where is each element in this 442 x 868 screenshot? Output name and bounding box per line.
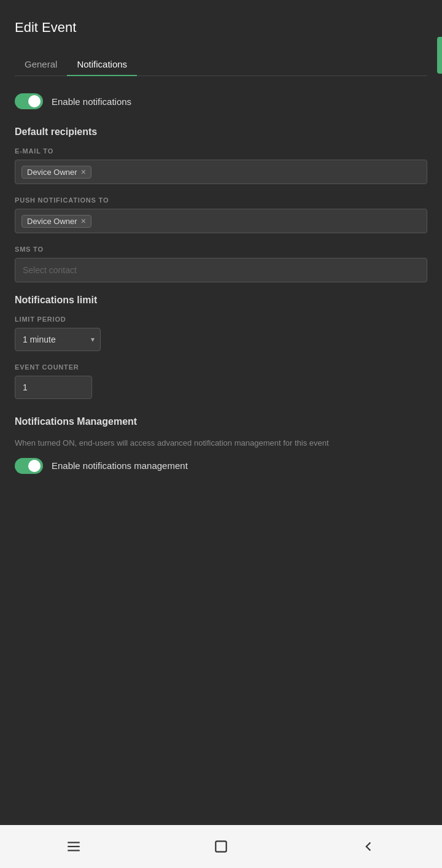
tab-general[interactable]: General <box>15 53 67 76</box>
enable-mgmt-toggle[interactable] <box>15 458 43 474</box>
event-counter-input[interactable] <box>15 376 92 399</box>
home-icon <box>213 839 229 854</box>
event-counter-group: EVENT COUNTER <box>15 363 427 399</box>
email-tag-remove[interactable]: × <box>81 168 86 176</box>
notifications-limit-section: Notifications limit LIMIT PERIOD 1 minut… <box>15 295 427 399</box>
email-to-group: E-MAIL TO Device Owner × <box>15 147 427 184</box>
push-tag-device-owner: Device Owner × <box>21 215 91 228</box>
enable-notifications-toggle[interactable] <box>15 93 43 109</box>
svg-rect-3 <box>215 841 226 851</box>
menu-button[interactable] <box>61 834 86 859</box>
sms-to-input[interactable] <box>15 258 427 282</box>
push-tag-text: Device Owner <box>27 217 77 226</box>
home-button[interactable] <box>209 834 233 859</box>
limit-period-wrapper: 1 minute 5 minutes 15 minutes 30 minutes… <box>15 328 101 351</box>
mgmt-toggle-slider <box>15 458 43 474</box>
enable-mgmt-row: Enable notifications management <box>15 458 427 474</box>
sms-to-group: SMS TO <box>15 246 427 282</box>
default-recipients-heading: Default recipients <box>15 126 427 138</box>
nav-bar <box>0 825 442 868</box>
page-container: Edit Event General Notifications Enable … <box>0 0 442 868</box>
right-accent <box>437 37 442 74</box>
email-to-label: E-MAIL TO <box>15 147 427 155</box>
email-tag-device-owner: Device Owner × <box>21 166 91 179</box>
enable-mgmt-label: Enable notifications management <box>52 460 188 471</box>
back-button[interactable] <box>356 834 381 859</box>
email-tag-text: Device Owner <box>27 168 77 177</box>
back-icon <box>360 839 376 854</box>
push-tag-remove[interactable]: × <box>81 217 86 225</box>
limit-period-group: LIMIT PERIOD 1 minute 5 minutes 15 minut… <box>15 316 427 351</box>
enable-notifications-label: Enable notifications <box>52 96 131 107</box>
notifications-management-description: When turned ON, end-users will access ad… <box>15 437 427 449</box>
limit-period-select[interactable]: 1 minute 5 minutes 15 minutes 30 minutes… <box>15 328 101 351</box>
toggle-slider <box>15 93 43 109</box>
notifications-limit-heading: Notifications limit <box>15 295 427 306</box>
enable-notifications-row: Enable notifications <box>15 93 427 109</box>
email-to-input[interactable]: Device Owner × <box>15 160 427 184</box>
tabs-bar: General Notifications <box>15 53 427 76</box>
sms-to-label: SMS TO <box>15 246 427 253</box>
push-to-input[interactable]: Device Owner × <box>15 209 427 233</box>
push-to-group: PUSH NOTIFICATIONS TO Device Owner × <box>15 196 427 233</box>
main-content: Edit Event General Notifications Enable … <box>0 0 442 868</box>
event-counter-label: EVENT COUNTER <box>15 363 427 371</box>
notifications-management-section: Notifications Management When turned ON,… <box>15 416 427 474</box>
push-to-label: PUSH NOTIFICATIONS TO <box>15 196 427 204</box>
menu-icon <box>66 839 82 854</box>
notifications-management-heading: Notifications Management <box>15 416 427 427</box>
page-title: Edit Event <box>15 20 427 36</box>
tab-notifications[interactable]: Notifications <box>67 53 137 76</box>
limit-period-label: LIMIT PERIOD <box>15 316 427 323</box>
